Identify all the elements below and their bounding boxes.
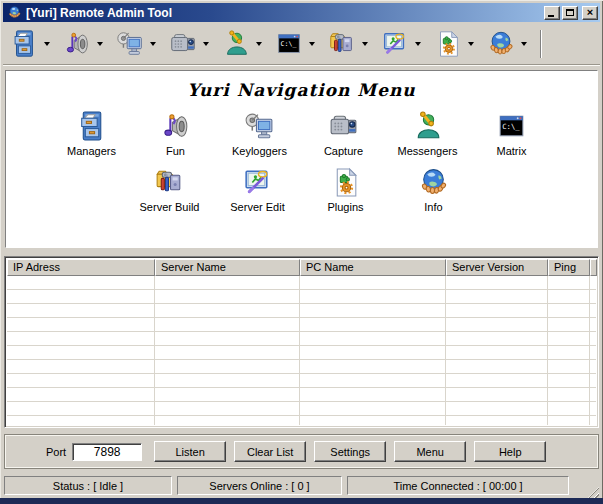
toolbar-button-fun[interactable] — [61, 28, 104, 60]
terminal-icon — [495, 110, 528, 143]
dropdown-icon[interactable] — [362, 42, 368, 46]
nav-item-label: Info — [424, 201, 442, 213]
dropdown-icon[interactable] — [97, 42, 103, 46]
messenger-buddy-icon — [221, 29, 251, 59]
toolbar-button-server-build[interactable] — [326, 28, 369, 60]
messenger-buddy-icon — [411, 110, 444, 143]
grid-line — [154, 276, 155, 425]
screen-wand-icon — [241, 166, 274, 199]
camcorder-icon — [168, 29, 198, 59]
nav-item-server-edit[interactable]: Server Edit — [214, 166, 302, 213]
nav-item-label: Messengers — [398, 145, 458, 157]
toolbar-button-plugins[interactable] — [432, 28, 475, 60]
nav-item-label: Fun — [166, 145, 185, 157]
title-bar: [Yuri] Remote Admin Tool × — [3, 3, 600, 22]
nav-item-fun[interactable]: Fun — [134, 110, 218, 157]
dropdown-icon[interactable] — [150, 42, 156, 46]
toolbar-button-managers[interactable] — [8, 28, 51, 60]
globe-hands-icon — [417, 166, 450, 199]
file-cabinet-icon — [75, 110, 108, 143]
toolbar-button-matrix[interactable] — [273, 28, 316, 60]
close-button[interactable]: × — [582, 6, 598, 20]
column-header-server-name[interactable]: Server Name — [155, 259, 300, 276]
navigation-menu-panel: Yuri Navigation Menu Managers Fun Keylog… — [5, 70, 598, 248]
nav-item-plugins[interactable]: Plugins — [302, 166, 390, 213]
nav-item-label: Plugins — [327, 201, 363, 213]
nav-row-2: Server Build Server Edit Plugins Info — [6, 166, 597, 213]
dropdown-icon[interactable] — [256, 42, 262, 46]
maximize-button[interactable] — [562, 6, 578, 20]
folder-tools-icon — [153, 166, 186, 199]
music-speaker-icon — [62, 29, 92, 59]
server-list-body[interactable] — [7, 276, 596, 425]
toolbar-button-capture[interactable] — [167, 28, 210, 60]
column-header-ping[interactable]: Ping — [548, 259, 590, 276]
nav-item-label: Server Build — [140, 201, 200, 213]
document-gears-icon — [329, 166, 362, 199]
dropdown-icon[interactable] — [468, 42, 474, 46]
status-panel-time-connected: Time Connected : [ 00:00 ] — [347, 476, 569, 495]
app-window: [Yuri] Remote Admin Tool × — [0, 0, 603, 504]
nav-item-matrix[interactable]: Matrix — [470, 110, 554, 157]
toolbar-divider — [3, 64, 600, 65]
toolbar-button-server-edit[interactable] — [379, 28, 422, 60]
nav-item-label: Server Edit — [230, 201, 284, 213]
nav-item-label: Capture — [324, 145, 363, 157]
status-panel-servers-online: Servers Online : [ 0 ] — [177, 476, 342, 495]
dropdown-icon[interactable] — [415, 42, 421, 46]
nav-item-managers[interactable]: Managers — [50, 110, 134, 157]
column-header-pc-name[interactable]: PC Name — [300, 259, 446, 276]
terminal-icon — [274, 29, 304, 59]
menu-button[interactable]: Menu — [394, 441, 466, 462]
maximize-icon — [566, 9, 574, 16]
minimize-icon — [548, 15, 554, 17]
status-panel-status: Status : [ Idle ] — [4, 476, 172, 495]
nav-item-keyloggers[interactable]: Keyloggers — [218, 110, 302, 157]
grid-line — [299, 276, 300, 425]
globe-hands-icon[interactable] — [7, 5, 22, 20]
nav-item-capture[interactable]: Capture — [302, 110, 386, 157]
file-cabinet-icon — [9, 29, 39, 59]
nav-item-messengers[interactable]: Messengers — [386, 110, 470, 157]
satellite-monitor-icon — [115, 29, 145, 59]
grid-line — [547, 276, 548, 425]
nav-row-1: Managers Fun Keyloggers Capture Messenge… — [6, 110, 597, 157]
port-input[interactable] — [72, 443, 142, 461]
window-bottom-edge — [0, 498, 603, 504]
clear-list-button[interactable]: Clear List — [234, 441, 306, 462]
server-list: IP Adress Server Name PC Name Server Ver… — [4, 256, 599, 428]
window-title: [Yuri] Remote Admin Tool — [26, 6, 544, 20]
window-controls: × — [544, 6, 598, 20]
listen-button[interactable]: Listen — [154, 441, 226, 462]
nav-item-info[interactable]: Info — [390, 166, 478, 213]
nav-item-label: Matrix — [497, 145, 527, 157]
close-icon: × — [587, 7, 593, 18]
settings-button[interactable]: Settings — [314, 441, 386, 462]
screen-wand-icon — [380, 29, 410, 59]
dropdown-icon[interactable] — [44, 42, 50, 46]
toolbar-button-messengers[interactable] — [220, 28, 263, 60]
column-header-filler — [590, 259, 597, 276]
dropdown-icon[interactable] — [309, 42, 315, 46]
control-panel: Port Listen Clear List Settings Menu Hel… — [4, 434, 599, 469]
document-gears-icon — [433, 29, 463, 59]
toolbar-button-keyloggers[interactable] — [114, 28, 157, 60]
folder-tools-icon — [327, 29, 357, 59]
nav-item-label: Keyloggers — [232, 145, 287, 157]
column-header-server-version[interactable]: Server Version — [446, 259, 548, 276]
help-button[interactable]: Help — [474, 441, 546, 462]
port-label: Port — [46, 446, 66, 458]
dropdown-icon[interactable] — [521, 42, 527, 46]
toolbar-button-info[interactable] — [485, 28, 528, 60]
column-header-ip-adress[interactable]: IP Adress — [7, 259, 155, 276]
toolbar-separator — [540, 30, 542, 58]
dropdown-icon[interactable] — [203, 42, 209, 46]
navigation-menu-title: Yuri Navigation Menu — [6, 80, 597, 100]
grid-line — [589, 276, 590, 425]
minimize-button[interactable] — [544, 6, 560, 20]
server-list-header: IP Adress Server Name PC Name Server Ver… — [7, 259, 596, 276]
status-bar: Status : [ Idle ] Servers Online : [ 0 ]… — [3, 474, 600, 497]
globe-hands-icon — [486, 29, 516, 59]
nav-item-server-build[interactable]: Server Build — [126, 166, 214, 213]
grid-line — [445, 276, 446, 425]
